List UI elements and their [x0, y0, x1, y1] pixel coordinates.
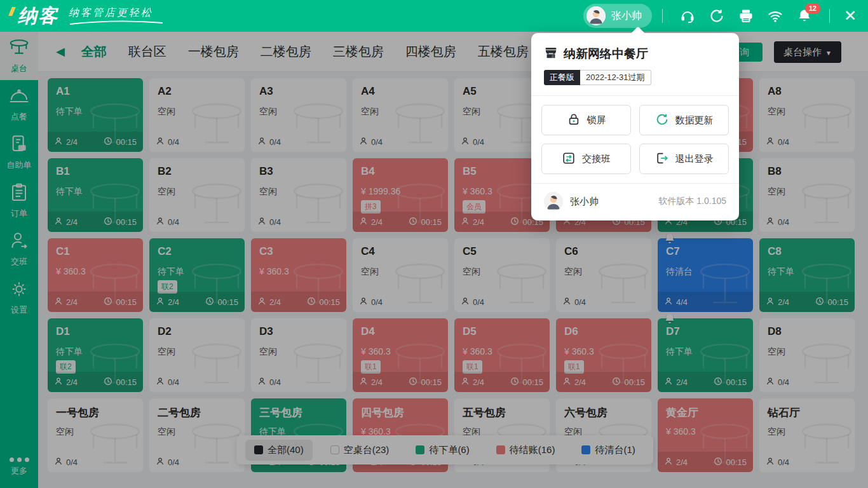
- close-icon[interactable]: ✕: [844, 8, 857, 24]
- tagline-swoosh: [69, 20, 164, 25]
- user-menu-button[interactable]: 张小帅: [583, 4, 652, 28]
- user-avatar: [544, 192, 563, 211]
- topbar-divider: [829, 9, 830, 23]
- brand-tagline: 纳客管店更轻松: [69, 6, 164, 25]
- popover-button-label: 锁屏: [587, 114, 606, 126]
- user-avatar: [587, 6, 606, 25]
- lock-icon: [567, 112, 581, 128]
- headset-icon[interactable]: [680, 8, 695, 24]
- popover-button-label: 退出登录: [675, 153, 714, 165]
- app-root: 纳客 纳客管店更轻松 张小帅 12 ✕: [0, 0, 868, 488]
- popover-button-label: 交接班: [582, 153, 611, 165]
- restaurant-name: 纳新网络中餐厅: [564, 46, 648, 62]
- refresh-icon: [655, 112, 669, 128]
- lock-button[interactable]: 锁屏: [541, 105, 631, 135]
- license-badges: 正餐版 2022-12-31过期: [544, 70, 739, 85]
- swap-icon: [562, 151, 576, 167]
- popover-button-label: 数据更新: [675, 114, 714, 126]
- wifi-icon[interactable]: [768, 8, 783, 24]
- handover-button[interactable]: 交接班: [541, 144, 631, 174]
- user-name: 张小帅: [611, 10, 642, 23]
- refresh-button[interactable]: 数据更新: [639, 105, 729, 135]
- logout-button[interactable]: 退出登录: [639, 144, 729, 174]
- printer-icon[interactable]: [738, 8, 754, 24]
- notification-badge: 12: [805, 3, 820, 14]
- expiry-badge: 2022-12-31过期: [580, 70, 651, 85]
- bell-icon[interactable]: 12: [797, 8, 812, 24]
- top-bar: 纳客 纳客管店更轻松 张小帅 12 ✕: [0, 0, 868, 32]
- user-menu-popover: 纳新网络中餐厅 正餐版 2022-12-31过期 锁屏数据更新交接班退出登录 张…: [531, 33, 739, 220]
- topbar-divider: [662, 9, 663, 23]
- popover-user-name: 张小帅: [570, 196, 599, 208]
- brand-logo: 纳客: [10, 3, 58, 29]
- edition-badge: 正餐版: [544, 70, 580, 85]
- software-version: 软件版本 1.0.105: [658, 196, 726, 207]
- store-icon: [544, 46, 558, 62]
- exit-icon: [655, 151, 669, 167]
- sync-icon[interactable]: [709, 8, 724, 24]
